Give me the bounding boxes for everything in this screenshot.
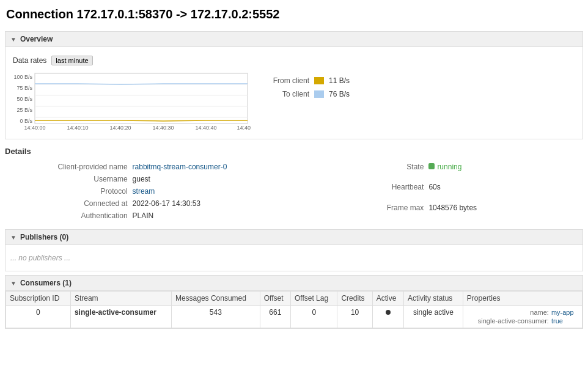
username-val: guest [133,173,294,185]
data-rates-chart: 100 B/s 75 B/s 50 B/s 25 B/s 0 B/s [13,70,251,131]
prop-key: single-active-consumer: [467,317,550,325]
prop-key: name: [467,308,550,317]
username-row: Username guest [5,173,294,185]
svg-text:50 B/s: 50 B/s [17,96,32,102]
connected-at-key: Connected at [5,197,133,210]
state-row: State running [294,161,583,181]
from-client-value: 11 B/s [329,76,350,85]
svg-text:75 B/s: 75 B/s [17,85,32,91]
from-client-label: From client [270,76,309,85]
frame-max-row: Frame max 1048576 bytes [294,202,583,222]
cell-subscription-id: 0 [6,306,71,328]
col-subscription-id: Subscription ID [6,292,71,306]
consumers-content: Subscription ID Stream Messages Consumed… [6,291,582,328]
from-client-color-box [314,77,324,84]
details-col-right: State running Heartbeat 60s Frame max 10… [294,161,583,222]
svg-text:0 B/s: 0 B/s [20,118,32,124]
consumers-tbody: 0single-active-consumer543661010single a… [6,306,582,328]
svg-text:14:40:30: 14:40:30 [152,125,174,131]
overview-content: Data rates last minute 100 B/s 75 B/s 50… [6,47,582,139]
overview-header: ▼ Overview [6,32,582,47]
authentication-key: Authentication [5,210,133,222]
publishers-content: ... no publishers ... [6,245,582,271]
from-client-legend: From client 11 B/s [270,76,350,85]
svg-rect-5 [35,73,248,123]
connected-at-row: Connected at 2022-06-17 14:30:53 [5,197,294,210]
authentication-row: Authentication PLAIN [5,210,294,222]
overview-section: ▼ Overview Data rates last minute 100 B/… [5,31,583,139]
overview-label: Overview [20,35,53,43]
svg-text:14:40:50: 14:40:50 [237,125,251,131]
protocol-val: stream [133,185,294,197]
col-messages-consumed: Messages Consumed [171,292,260,306]
to-client-label: To client [270,90,309,98]
to-client-color-box [314,90,324,98]
chart-legend: From client 11 B/s To client 76 B/s [270,70,350,103]
col-active: Active [372,292,403,306]
details-title: Details [5,147,583,156]
cell-activity-status: single active [403,306,463,328]
frame-max-key: Frame max [294,202,428,222]
svg-text:14:40:10: 14:40:10 [67,125,88,131]
username-key: Username [5,173,133,185]
state-val: running [428,161,583,181]
authentication-val: PLAIN [133,210,294,222]
data-rates-bar: Data rates last minute [10,52,578,68]
col-offset-lag: Offset Lag [290,292,337,306]
client-name-val: rabbitmq-stream-consumer-0 [133,161,294,173]
overview-chevron: ▼ [10,36,17,43]
svg-text:100 B/s: 100 B/s [13,74,32,80]
no-publishers-text: ... no publishers ... [10,250,578,266]
col-stream: Stream [70,292,171,306]
heartbeat-key: Heartbeat [294,181,428,201]
frame-max-val: 1048576 bytes [428,202,583,222]
cell-credits: 10 [337,306,372,328]
to-client-value: 76 B/s [329,90,350,98]
cell-offset-lag: 0 [290,306,337,328]
consumers-header: ▼ Consumers (1) [6,276,582,291]
publishers-label: Publishers (0) [20,233,68,241]
col-credits: Credits [337,292,372,306]
page-title: Connection 172.17.0.1:58370 -> 172.17.0.… [0,0,588,28]
protocol-row: Protocol stream [5,185,294,197]
svg-text:25 B/s: 25 B/s [17,107,32,113]
prop-val: true [550,317,578,325]
cell-active [372,306,403,328]
publishers-header: ▼ Publishers (0) [6,230,582,245]
cell-stream: single-active-consumer [70,306,171,328]
heartbeat-row: Heartbeat 60s [294,181,583,201]
last-minute-button[interactable]: last minute [51,56,92,65]
publishers-section: ▼ Publishers (0) ... no publishers ... [5,229,583,271]
svg-text:14:40:20: 14:40:20 [109,125,131,131]
consumers-thead: Subscription ID Stream Messages Consumed… [6,292,582,306]
consumers-chevron: ▼ [10,280,17,287]
consumers-header-row: Subscription ID Stream Messages Consumed… [6,292,582,306]
client-name-key: Client-provided name [5,161,133,173]
chart-area: 100 B/s 75 B/s 50 B/s 25 B/s 0 B/s [10,68,578,134]
col-activity-status: Activity status [403,292,463,306]
consumers-section: ▼ Consumers (1) Subscription ID Stream M… [5,275,583,329]
connected-at-val: 2022-06-17 14:30:53 [133,197,294,210]
col-offset: Offset [260,292,290,306]
consumers-table: Subscription ID Stream Messages Consumed… [6,291,582,328]
col-properties: Properties [463,292,582,306]
svg-text:14:40:40: 14:40:40 [195,125,216,131]
cell-properties: name:my-appsingle-active-consumer:true [463,306,582,328]
heartbeat-val: 60s [428,181,583,201]
to-client-legend: To client 76 B/s [270,90,350,98]
details-col-left: Client-provided name rabbitmq-stream-con… [5,161,294,222]
state-key: State [294,161,428,181]
chart-container: 100 B/s 75 B/s 50 B/s 25 B/s 0 B/s [13,70,257,131]
details-grid: Client-provided name rabbitmq-stream-con… [5,161,583,222]
protocol-key: Protocol [5,185,133,197]
prop-val: my-app [550,308,578,317]
details-section: Details Client-provided name rabbitmq-st… [0,143,588,226]
running-dot-icon [428,163,435,169]
cell-messages-consumed: 543 [171,306,260,328]
consumers-label: Consumers (1) [20,279,72,287]
publishers-chevron: ▼ [10,234,17,241]
table-row: 0single-active-consumer543661010single a… [6,306,582,328]
data-rates-label: Data rates [13,56,46,65]
client-name-row: Client-provided name rabbitmq-stream-con… [5,161,294,173]
cell-offset: 661 [260,306,290,328]
